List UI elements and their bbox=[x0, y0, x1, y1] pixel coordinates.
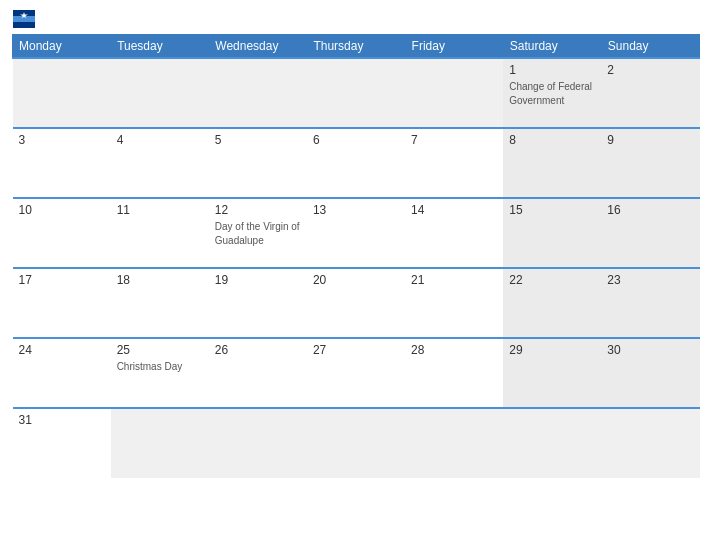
calendar-cell: 13 bbox=[307, 198, 405, 268]
calendar-cell: 8 bbox=[503, 128, 601, 198]
day-number: 23 bbox=[607, 273, 693, 287]
calendar-cell: 7 bbox=[405, 128, 503, 198]
col-header-saturday: Saturday bbox=[503, 35, 601, 59]
day-number: 15 bbox=[509, 203, 595, 217]
calendar-cell: 18 bbox=[111, 268, 209, 338]
calendar-cell bbox=[111, 58, 209, 128]
calendar-week-row: 17181920212223 bbox=[13, 268, 700, 338]
calendar-cell: 22 bbox=[503, 268, 601, 338]
calendar-cell: 11 bbox=[111, 198, 209, 268]
calendar-cell bbox=[307, 58, 405, 128]
holiday-label: Christmas Day bbox=[117, 361, 183, 372]
calendar-week-row: 31 bbox=[13, 408, 700, 478]
calendar-cell: 26 bbox=[209, 338, 307, 408]
calendar-cell: 15 bbox=[503, 198, 601, 268]
calendar-cell: 5 bbox=[209, 128, 307, 198]
day-number: 13 bbox=[313, 203, 399, 217]
calendar-cell: 9 bbox=[601, 128, 699, 198]
day-number: 19 bbox=[215, 273, 301, 287]
calendar-cell bbox=[405, 58, 503, 128]
holiday-label: Day of the Virgin of Guadalupe bbox=[215, 221, 300, 246]
calendar-cell: 17 bbox=[13, 268, 111, 338]
calendar-cell bbox=[405, 408, 503, 478]
col-header-thursday: Thursday bbox=[307, 35, 405, 59]
day-number: 1 bbox=[509, 63, 595, 77]
calendar-header-row: MondayTuesdayWednesdayThursdayFridaySatu… bbox=[13, 35, 700, 59]
col-header-monday: Monday bbox=[13, 35, 111, 59]
calendar-cell: 20 bbox=[307, 268, 405, 338]
day-number: 6 bbox=[313, 133, 399, 147]
calendar-cell: 30 bbox=[601, 338, 699, 408]
calendar-cell: 4 bbox=[111, 128, 209, 198]
day-number: 4 bbox=[117, 133, 203, 147]
day-number: 9 bbox=[607, 133, 693, 147]
day-number: 10 bbox=[19, 203, 105, 217]
calendar-cell bbox=[503, 408, 601, 478]
calendar-cell bbox=[601, 408, 699, 478]
day-number: 22 bbox=[509, 273, 595, 287]
calendar-cell: 29 bbox=[503, 338, 601, 408]
holiday-label: Change of Federal Government bbox=[509, 81, 592, 106]
calendar-cell: 6 bbox=[307, 128, 405, 198]
logo-flag-icon bbox=[13, 10, 35, 28]
calendar-cell bbox=[209, 58, 307, 128]
calendar-cell: 24 bbox=[13, 338, 111, 408]
day-number: 25 bbox=[117, 343, 203, 357]
day-number: 7 bbox=[411, 133, 497, 147]
calendar-page: MondayTuesdayWednesdayThursdayFridaySatu… bbox=[0, 0, 712, 550]
calendar-cell: 28 bbox=[405, 338, 503, 408]
calendar-cell: 2 bbox=[601, 58, 699, 128]
col-header-wednesday: Wednesday bbox=[209, 35, 307, 59]
svg-rect-1 bbox=[13, 16, 35, 22]
calendar-cell: 31 bbox=[13, 408, 111, 478]
calendar-cell: 21 bbox=[405, 268, 503, 338]
calendar-cell: 12Day of the Virgin of Guadalupe bbox=[209, 198, 307, 268]
calendar-cell: 10 bbox=[13, 198, 111, 268]
calendar-cell: 27 bbox=[307, 338, 405, 408]
calendar-week-row: 101112Day of the Virgin of Guadalupe1314… bbox=[13, 198, 700, 268]
col-header-friday: Friday bbox=[405, 35, 503, 59]
day-number: 29 bbox=[509, 343, 595, 357]
header bbox=[12, 10, 700, 28]
calendar-cell: 1Change of Federal Government bbox=[503, 58, 601, 128]
day-number: 14 bbox=[411, 203, 497, 217]
calendar-cell: 16 bbox=[601, 198, 699, 268]
calendar-week-row: 1Change of Federal Government2 bbox=[13, 58, 700, 128]
col-header-tuesday: Tuesday bbox=[111, 35, 209, 59]
calendar-week-row: 3456789 bbox=[13, 128, 700, 198]
day-number: 8 bbox=[509, 133, 595, 147]
calendar-table: MondayTuesdayWednesdayThursdayFridaySatu… bbox=[12, 34, 700, 478]
day-number: 17 bbox=[19, 273, 105, 287]
calendar-cell: 25Christmas Day bbox=[111, 338, 209, 408]
svg-rect-2 bbox=[13, 22, 35, 28]
calendar-cell bbox=[307, 408, 405, 478]
col-header-sunday: Sunday bbox=[601, 35, 699, 59]
logo bbox=[12, 10, 36, 28]
calendar-cell: 14 bbox=[405, 198, 503, 268]
day-number: 5 bbox=[215, 133, 301, 147]
day-number: 26 bbox=[215, 343, 301, 357]
calendar-week-row: 2425Christmas Day2627282930 bbox=[13, 338, 700, 408]
day-number: 21 bbox=[411, 273, 497, 287]
day-number: 27 bbox=[313, 343, 399, 357]
day-number: 3 bbox=[19, 133, 105, 147]
day-number: 2 bbox=[607, 63, 693, 77]
day-number: 30 bbox=[607, 343, 693, 357]
day-number: 20 bbox=[313, 273, 399, 287]
day-number: 16 bbox=[607, 203, 693, 217]
calendar-cell: 23 bbox=[601, 268, 699, 338]
calendar-cell: 19 bbox=[209, 268, 307, 338]
day-number: 24 bbox=[19, 343, 105, 357]
day-number: 28 bbox=[411, 343, 497, 357]
calendar-cell bbox=[209, 408, 307, 478]
day-number: 18 bbox=[117, 273, 203, 287]
calendar-cell bbox=[111, 408, 209, 478]
day-number: 11 bbox=[117, 203, 203, 217]
day-number: 31 bbox=[19, 413, 105, 427]
calendar-cell bbox=[13, 58, 111, 128]
calendar-cell: 3 bbox=[13, 128, 111, 198]
day-number: 12 bbox=[215, 203, 301, 217]
